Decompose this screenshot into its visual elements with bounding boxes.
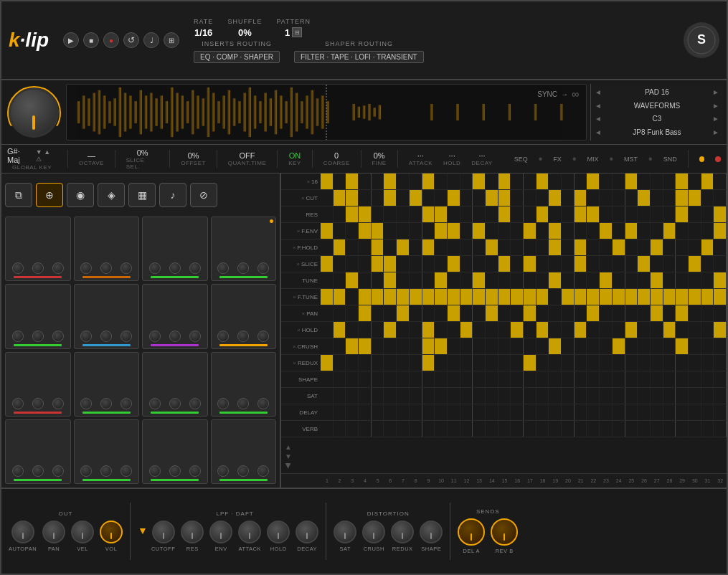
seq-cell-11-18[interactable] [549, 355, 562, 371]
seq-cell-5-19[interactable] [562, 256, 575, 272]
seq-cell-11-15[interactable] [511, 355, 524, 371]
knob-env[interactable] [209, 521, 232, 543]
seq-cell-3-21[interactable] [587, 223, 600, 239]
seq-cell-14-11[interactable] [460, 404, 473, 420]
seq-cell-13-16[interactable] [524, 388, 536, 404]
seq-cell-8-3[interactable] [359, 305, 372, 321]
seq-cell-12-17[interactable] [536, 371, 549, 387]
stop-button[interactable]: ■ [83, 32, 99, 48]
seq-cell-2-16[interactable] [524, 206, 536, 222]
seq-cell-11-0[interactable] [321, 355, 334, 371]
seq-cell-10-18[interactable] [549, 338, 562, 354]
seq-cell-4-14[interactable] [498, 239, 511, 255]
seq-cell-0-6[interactable] [397, 174, 410, 189]
seq-cell-11-20[interactable] [575, 355, 587, 371]
seq-row-x-4[interactable]: × [293, 244, 296, 251]
seq-cell-10-3[interactable] [359, 338, 372, 354]
seq-cell-1-30[interactable] [701, 190, 714, 206]
seq-cell-9-25[interactable] [638, 322, 651, 338]
seq-cell-9-28[interactable] [676, 322, 689, 338]
seq-cell-9-6[interactable] [397, 322, 410, 338]
seq-cell-14-10[interactable] [448, 404, 460, 420]
seq-cell-15-6[interactable] [397, 421, 410, 437]
seq-cell-10-11[interactable] [460, 338, 473, 354]
seq-cell-11-5[interactable] [384, 355, 397, 371]
seq-cell-10-30[interactable] [701, 338, 714, 354]
seq-cell-1-25[interactable] [638, 190, 651, 206]
seq-cell-1-6[interactable] [397, 190, 410, 206]
seq-cell-2-28[interactable] [676, 206, 689, 222]
shuffle-value[interactable]: 0% [238, 27, 252, 38]
seq-cell-13-4[interactable] [372, 388, 384, 404]
seq-cell-15-25[interactable] [638, 421, 651, 437]
seq-cell-15-9[interactable] [435, 421, 448, 437]
pad-nav-right-4[interactable]: ► [712, 128, 719, 136]
seq-cell-9-2[interactable] [346, 322, 359, 338]
seq-cell-12-7[interactable] [410, 371, 422, 387]
seq-cell-6-11[interactable] [460, 272, 473, 288]
seq-cell-12-10[interactable] [448, 371, 460, 387]
pad-14-knob-2[interactable] [100, 465, 112, 477]
seq-cell-1-27[interactable] [663, 190, 676, 206]
seq-cell-6-1[interactable] [334, 272, 346, 288]
pad-6-knob-2[interactable] [100, 331, 112, 342]
seq-cell-12-6[interactable] [397, 371, 410, 387]
seq-cell-8-4[interactable] [372, 305, 384, 321]
seq-cell-8-13[interactable] [486, 305, 498, 321]
pad-12[interactable] [211, 352, 277, 417]
seq-cell-6-12[interactable] [473, 272, 486, 288]
seq-cell-10-8[interactable] [422, 338, 435, 354]
pad-9-knob-1[interactable] [12, 398, 24, 409]
seq-cell-9-16[interactable] [524, 322, 536, 338]
seq-cell-15-21[interactable] [587, 421, 600, 437]
seq-cell-7-8[interactable] [422, 289, 435, 305]
pad-11-knob-3[interactable] [189, 398, 201, 409]
seq-cell-8-6[interactable] [397, 305, 410, 321]
seq-cell-13-28[interactable] [676, 388, 689, 404]
pad-4[interactable] [211, 217, 277, 281]
seq-cell-9-15[interactable] [511, 322, 524, 338]
pad-12-knob-2[interactable] [237, 398, 249, 409]
seq-cell-4-25[interactable] [638, 239, 651, 255]
seq-cell-9-7[interactable] [410, 322, 422, 338]
seq-cell-9-11[interactable] [460, 322, 473, 338]
fx-tab[interactable]: FX [553, 156, 562, 163]
seq-cell-11-21[interactable] [587, 355, 600, 371]
seq-cell-13-3[interactable] [359, 388, 372, 404]
seq-tab[interactable]: SEQ [514, 156, 528, 163]
pad-3-knob-3[interactable] [189, 262, 201, 274]
seq-cell-7-31[interactable] [714, 289, 727, 305]
seq-cell-2-17[interactable] [536, 206, 549, 222]
pattern-box[interactable]: 1 ⊟ [285, 27, 302, 38]
seq-cell-10-29[interactable] [689, 338, 701, 354]
pad-3-knob-2[interactable] [169, 262, 181, 274]
seq-cell-0-23[interactable] [613, 174, 625, 189]
seq-cell-13-26[interactable] [651, 388, 663, 404]
seq-cell-4-30[interactable] [701, 239, 714, 255]
seq-cell-5-0[interactable] [321, 256, 334, 272]
seq-cell-13-10[interactable] [448, 388, 460, 404]
seq-cell-5-27[interactable] [663, 256, 676, 272]
seq-cell-12-28[interactable] [676, 371, 689, 387]
main-volume-knob[interactable] [9, 87, 59, 138]
seq-cell-11-8[interactable] [422, 355, 435, 371]
seq-cell-15-3[interactable] [359, 421, 372, 437]
seq-cell-15-4[interactable] [372, 421, 384, 437]
pad-15-knob-2[interactable] [169, 465, 181, 477]
seq-cell-4-5[interactable] [384, 239, 397, 255]
seq-cell-5-13[interactable] [486, 256, 498, 272]
seq-cell-13-30[interactable] [701, 388, 714, 404]
pad-6[interactable] [74, 284, 140, 348]
seq-cell-5-3[interactable] [359, 256, 372, 272]
pad-6-knob-1[interactable] [80, 331, 92, 342]
seq-cell-14-5[interactable] [384, 404, 397, 420]
seq-cell-10-12[interactable] [473, 338, 486, 354]
seq-cell-10-9[interactable] [435, 338, 448, 354]
seq-cell-7-27[interactable] [663, 289, 676, 305]
seq-cell-1-14[interactable] [498, 190, 511, 206]
seq-cell-1-23[interactable] [613, 190, 625, 206]
seq-cell-5-31[interactable] [714, 256, 727, 272]
seq-cell-3-11[interactable] [460, 223, 473, 239]
metronome-button[interactable]: ♩ [143, 32, 159, 48]
seq-cell-5-4[interactable] [372, 256, 384, 272]
